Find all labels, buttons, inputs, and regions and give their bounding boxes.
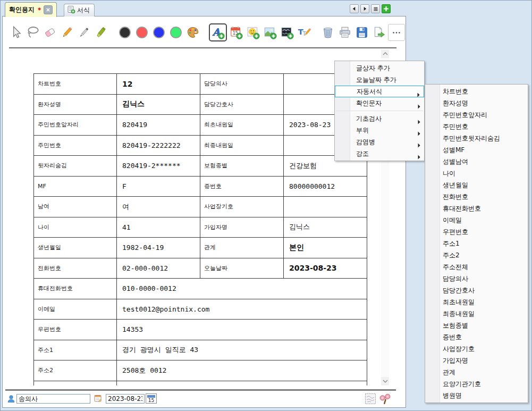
delete-tool[interactable] <box>320 24 336 40</box>
print-tool[interactable] <box>337 24 353 40</box>
context-menu-item[interactable]: 글상자 추가 <box>335 62 424 74</box>
app-window: 확인용지 * 서식 A15TT 차트번호12담당의사환자성명김닉스담당간호사주민… <box>0 0 532 411</box>
eraser-tool[interactable] <box>42 24 58 40</box>
submenu-item[interactable]: 증번호 <box>425 331 528 343</box>
add-date-stamp-tool[interactable]: 15 <box>228 24 244 40</box>
submenu-item[interactable]: 최초내원일 <box>425 296 528 308</box>
close-tab-button[interactable] <box>44 5 53 14</box>
select-tool[interactable] <box>8 24 24 40</box>
scroll-tabs-left-button[interactable] <box>350 4 359 13</box>
calendar-picker-button[interactable]: 15 <box>146 393 157 404</box>
context-menu-item[interactable]: 강조 <box>335 148 424 160</box>
table-row: 환자성명김닉스담당간호사 <box>34 94 367 115</box>
submenu-item[interactable]: 성별남여 <box>425 156 528 167</box>
field-value-cell: 2508호 0012 <box>117 360 367 381</box>
context-menu-item[interactable]: 오늘날짜 추가 <box>335 74 424 86</box>
table-row: MFF증번호80000000012 <box>34 176 367 197</box>
submenu-item[interactable]: 사업장기호 <box>425 343 528 355</box>
document-area[interactable]: 차트번호12담당의사환자성명김닉스담당간호사주민번호앞자리820419최초내원일… <box>3 49 381 385</box>
palette-tool[interactable] <box>185 24 201 40</box>
pencil-tool[interactable] <box>59 24 75 40</box>
table-row: 휴대전화번호010-0000-0012 <box>34 279 367 299</box>
submenu-item[interactable]: 담당의사 <box>425 273 528 284</box>
scroll-up-button[interactable] <box>381 49 389 58</box>
context-menu-item[interactable]: 감염병 <box>335 136 424 148</box>
field-value-cell: 820419-2222222 <box>117 135 200 156</box>
field-label-cell <box>34 381 117 385</box>
stamp-button[interactable] <box>365 393 376 405</box>
submenu-item[interactable]: 요양기관기호 <box>425 378 528 390</box>
lasso-tool[interactable] <box>25 24 41 40</box>
submenu-item[interactable]: 담당간호사 <box>425 284 528 296</box>
menu-item-label: 자동서식 <box>357 88 382 95</box>
submenu-item[interactable]: 차트번호 <box>425 86 528 97</box>
tab-title: 서식 <box>77 6 90 15</box>
submenu-item[interactable]: 주민번호뒷자리숨김 <box>425 132 528 144</box>
submenu-item[interactable]: 이메일 <box>425 214 528 226</box>
table-row: 이메일test0012@pointnix.com <box>34 299 367 320</box>
add-text-tool[interactable]: A <box>209 23 227 41</box>
add-xray-tool[interactable] <box>279 24 295 40</box>
field-label-cell: 차트번호 <box>34 74 117 95</box>
more-tool[interactable] <box>388 24 405 41</box>
color-blue-tool[interactable] <box>151 24 167 40</box>
date-input[interactable] <box>106 394 145 404</box>
submenu-item[interactable]: 성별MF <box>425 144 528 156</box>
new-tab-button[interactable] <box>382 4 391 13</box>
color-black-tool[interactable] <box>117 24 133 40</box>
submenu-item[interactable]: 생년월일 <box>425 179 528 191</box>
field-label-cell: 환자성명 <box>34 94 117 115</box>
scroll-down-button[interactable] <box>381 377 389 385</box>
status-bar: 15 <box>3 391 406 407</box>
submenu-item[interactable]: 최종내원일 <box>425 308 528 320</box>
submenu-item[interactable]: 나이 <box>425 167 528 179</box>
submenu-item[interactable]: 주소2 <box>425 249 528 261</box>
binoculars-button[interactable] <box>378 392 393 406</box>
table-row: 주소22508호 0012 <box>34 360 367 381</box>
notepad-icon[interactable] <box>94 394 102 402</box>
scroll-tabs-right-button[interactable] <box>360 4 369 13</box>
field-value-cell: 김닉스 <box>284 217 367 238</box>
color-green-tool[interactable] <box>168 24 184 40</box>
tab-confirm-sheet[interactable]: 확인용지 * <box>5 2 57 17</box>
submenu-item[interactable]: 전화번호 <box>425 191 528 203</box>
context-menu-item[interactable]: 부위 <box>335 124 424 136</box>
highlighter-tool[interactable] <box>93 24 109 40</box>
field-label-cell: 주소1 <box>34 340 117 360</box>
export-tool[interactable] <box>371 24 387 40</box>
submenu-item[interactable]: 주민번호앞자리 <box>425 109 528 121</box>
submenu-item[interactable]: 우편번호 <box>425 226 528 238</box>
doctor-name-input[interactable] <box>16 394 90 404</box>
submenu-item[interactable]: 주민번호 <box>425 121 528 132</box>
context-menu-item[interactable]: 기초검사 <box>335 113 424 124</box>
pen-tool[interactable] <box>76 24 92 40</box>
field-label-cell: 최초내원일 <box>200 115 284 136</box>
field-value-cell: 41 <box>117 217 200 238</box>
field-label-cell: 주소2 <box>34 360 117 381</box>
context-menu-item[interactable]: 확인문자 <box>335 97 424 109</box>
edit-text-tool[interactable]: TT <box>296 24 312 40</box>
tab-form[interactable]: 서식 <box>64 4 95 16</box>
add-emoticon-tool[interactable] <box>245 24 261 40</box>
table-row: 전화번호02-000-0012오늘날짜2023-08-23 <box>34 258 367 279</box>
save-tool[interactable] <box>354 24 370 40</box>
tab-list-button[interactable] <box>371 4 380 13</box>
submenu-item[interactable]: 관계 <box>425 366 528 378</box>
field-label-cell: 관계 <box>200 238 284 258</box>
submenu-item[interactable]: 주소1 <box>425 238 528 249</box>
add-image-tool[interactable] <box>262 24 278 40</box>
submenu-item[interactable]: 가입자명 <box>425 355 528 366</box>
field-value-cell: 2023-08-23 <box>284 258 367 279</box>
submenu-item[interactable]: 환자성명 <box>425 97 528 109</box>
submenu-item[interactable]: 보험종별 <box>425 320 528 331</box>
menu-item-label: 확인문자 <box>356 99 382 107</box>
submenu-item[interactable]: 휴대전화번호 <box>425 203 528 214</box>
field-label-cell: 증번호 <box>200 176 284 197</box>
submenu-item[interactable]: 주소전체 <box>425 261 528 273</box>
color-red-tool[interactable] <box>134 24 150 40</box>
submenu-item[interactable]: 병원명 <box>425 390 528 401</box>
field-value-cell: 여 <box>117 197 200 217</box>
field-label-cell: MF <box>34 176 117 197</box>
context-menu-item[interactable]: 자동서식 <box>335 86 424 97</box>
patient-info-table: 차트번호12담당의사환자성명김닉스담당간호사주민번호앞자리820419최초내원일… <box>33 73 367 385</box>
